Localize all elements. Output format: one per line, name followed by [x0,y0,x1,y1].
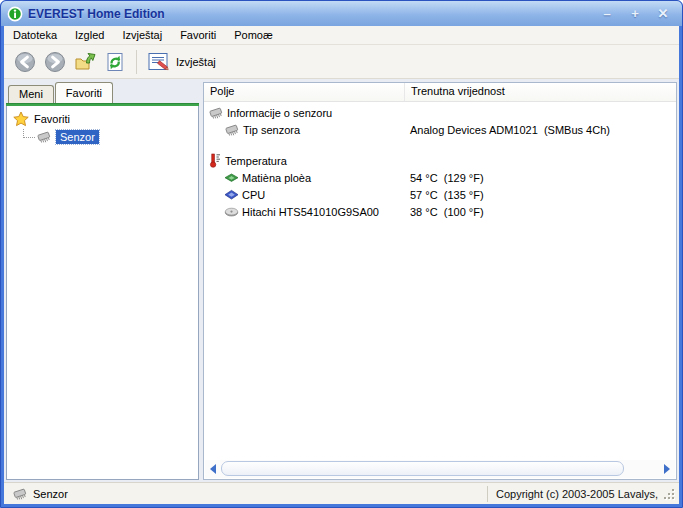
client-area: Datoteka Izgled Izvještaj Favoriti Pomoæ [4,26,679,504]
table-row[interactable]: Matièna ploèa 54 °C (129 °F) [204,169,676,186]
scroll-right-button[interactable] [659,460,675,478]
refresh-icon [104,51,126,73]
toolbar-separator [136,50,137,74]
field-value: Analog Devices ADM1021 (SMBus 4Ch) [410,124,610,136]
menu-bar: Datoteka Izgled Izvještaj Favoriti Pomoæ [4,26,679,45]
status-separator [487,486,488,502]
motherboard-icon [224,171,239,185]
table-row[interactable]: Temperatura [204,152,676,169]
app-window: EVEREST Home Edition – + ✕ Datoteka Izgl… [0,0,683,508]
copyright-text: Copyright (c) 2003-2005 Lavalys, [496,488,658,500]
table-row[interactable]: CPU 57 °C (135 °F) [204,186,676,203]
value-list: Informacije o senzoru Tip senzora [204,102,676,220]
tree-item-favoriti[interactable]: Favoriti [9,110,196,128]
scroll-left-icon [210,464,216,474]
tree-child-label: Senzor [56,130,99,144]
column-header-vrijednost[interactable]: Trenutna vrijednost [404,83,676,101]
thermometer-icon [208,153,222,168]
field-value: 57 °C (135 °F) [410,189,484,201]
close-button[interactable]: ✕ [652,5,674,23]
resize-grip[interactable] [662,487,675,500]
report-button[interactable]: Izvještaj [143,49,224,75]
table-row[interactable]: Informacije o senzoru [204,104,676,121]
hdd-icon [224,205,239,219]
maximize-button[interactable]: + [624,5,646,23]
minimize-button[interactable]: – [596,5,618,23]
forward-icon [44,51,66,73]
tab-favoriti[interactable]: Favoriti [55,82,113,103]
back-icon [14,51,36,73]
scroll-right-icon [664,464,670,474]
forward-button[interactable] [40,48,70,76]
title-bar[interactable]: EVEREST Home Edition – + ✕ [1,1,682,26]
scrollbar-track[interactable] [221,461,659,477]
report-icon [147,51,171,73]
section-title: Informacije o senzoru [227,107,332,119]
menu-pomoc[interactable]: Pomoæ [225,27,282,43]
menu-datoteka[interactable]: Datoteka [4,27,66,43]
chip-icon [224,123,240,137]
main-area: Meni Favoriti Favoriti [4,80,679,482]
folder-up-icon [74,51,96,73]
field-value: 54 °C (129 °F) [410,172,484,184]
tree-root-label: Favoriti [34,113,70,125]
scroll-left-button[interactable] [205,460,221,478]
menu-izgled[interactable]: Izgled [66,27,113,43]
status-text: Senzor [33,488,68,500]
window-title: EVEREST Home Edition [28,7,590,21]
refresh-button[interactable] [100,48,130,76]
chip-icon [36,130,52,144]
app-info-icon [7,6,23,22]
favorites-tree: Favoriti Senzor [6,106,199,480]
tree-connector [23,129,35,138]
menu-favoriti[interactable]: Favoriti [171,27,225,43]
content-panel: Polje Trenutna vrijednost [203,82,677,480]
tab-meni[interactable]: Meni [8,85,54,103]
horizontal-scrollbar [205,460,675,478]
field-label: Matièna ploèa [242,172,311,184]
table-row[interactable]: Hitachi HTS541010G9SA00 38 °C (100 °F) [204,203,676,220]
report-button-label: Izvještaj [176,56,216,68]
field-label: Hitachi HTS541010G9SA00 [242,206,379,218]
star-icon [13,111,29,127]
column-header-polje[interactable]: Polje [204,83,404,101]
folder-up-button[interactable] [70,48,100,76]
field-label: Tip senzora [243,124,300,136]
back-button[interactable] [10,48,40,76]
sidebar: Meni Favoriti Favoriti [6,82,199,480]
chip-icon [208,106,224,120]
tree-item-senzor[interactable]: Senzor [9,128,196,146]
status-bar: Senzor Copyright (c) 2003-2005 Lavalys, [4,482,679,504]
scrollbar-thumb[interactable] [221,461,624,476]
table-row[interactable]: Tip senzora Analog Devices ADM1021 (SMBu… [204,121,676,138]
cpu-icon [224,188,239,202]
toolbar: Izvještaj [4,45,679,79]
field-label: CPU [242,189,265,201]
menu-izvjestaj[interactable]: Izvještaj [113,27,171,43]
sidebar-tabstrip: Meni Favoriti [6,82,199,103]
field-value: 38 °C (100 °F) [410,206,484,218]
row-spacer [204,138,676,152]
column-headers: Polje Trenutna vrijednost [204,83,676,102]
section-title: Temperatura [225,155,287,167]
chip-icon [12,487,28,501]
